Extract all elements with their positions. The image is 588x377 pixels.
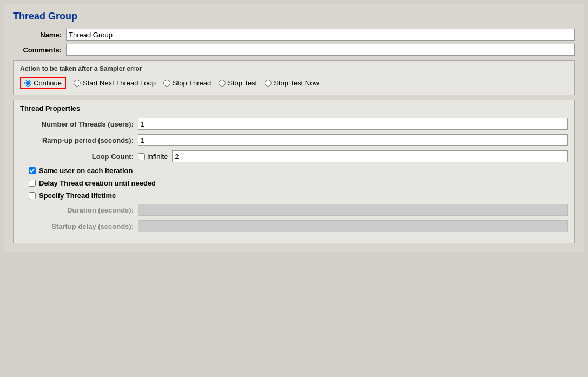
page-title: Thread Group [13, 11, 575, 22]
radio-start-next[interactable]: Start Next Thread Loop [74, 79, 156, 87]
radio-continue-label: Continue [34, 79, 62, 87]
radio-stop-test-now[interactable]: Stop Test Now [265, 79, 319, 87]
specify-lifetime-row: Specify Thread lifetime [29, 191, 568, 200]
loop-count-input[interactable] [172, 150, 568, 162]
radio-stop-test-now-label: Stop Test Now [274, 79, 319, 87]
infinite-checkbox[interactable] [138, 153, 145, 160]
sampler-error-legend: Action to be taken after a Sampler error [20, 65, 568, 72]
name-input[interactable] [66, 29, 575, 41]
startup-delay-input [138, 220, 568, 232]
delay-thread-label: Delay Thread creation until needed [39, 179, 156, 187]
radio-continue[interactable]: Continue [20, 77, 66, 89]
duration-input [138, 204, 568, 216]
radio-group: Continue Start Next Thread Loop Stop Thr… [20, 77, 568, 89]
loop-count-label: Loop Count: [20, 153, 134, 161]
sampler-error-section: Action to be taken after a Sampler error… [13, 60, 575, 95]
startup-delay-row: Startup delay (seconds): [20, 220, 568, 232]
radio-continue-input[interactable] [24, 80, 31, 87]
same-user-checkbox[interactable] [29, 167, 36, 174]
delay-thread-checkbox[interactable] [29, 180, 36, 187]
comments-row: Comments: [13, 44, 575, 56]
infinite-label: Infinite [147, 153, 168, 161]
radio-stop-thread[interactable]: Stop Thread [163, 79, 211, 87]
num-threads-label: Number of Threads (users): [20, 120, 134, 128]
num-threads-row: Number of Threads (users): [20, 118, 568, 130]
radio-stop-test[interactable]: Stop Test [219, 79, 257, 87]
thread-properties-title: Thread Properties [20, 104, 568, 113]
comments-label: Comments: [13, 46, 62, 54]
startup-delay-label: Startup delay (seconds): [20, 222, 134, 230]
ramp-up-input[interactable] [138, 134, 568, 146]
name-row: Name: [13, 29, 575, 41]
same-user-label: Same user on each iteration [39, 167, 133, 175]
radio-start-next-input[interactable] [74, 80, 81, 87]
infinite-container: Infinite [138, 153, 168, 161]
radio-stop-test-input[interactable] [219, 80, 226, 87]
radio-start-next-label: Start Next Thread Loop [83, 79, 156, 87]
ramp-up-row: Ramp-up period (seconds): [20, 134, 568, 146]
radio-stop-thread-input[interactable] [163, 80, 170, 87]
name-label: Name: [13, 31, 62, 39]
ramp-up-label: Ramp-up period (seconds): [20, 136, 134, 144]
duration-label: Duration (seconds): [20, 206, 134, 214]
delay-thread-row: Delay Thread creation until needed [29, 179, 568, 187]
specify-lifetime-checkbox[interactable] [29, 192, 36, 199]
radio-stop-thread-label: Stop Thread [173, 79, 211, 87]
main-container: Thread Group Name: Comments: Action to b… [4, 4, 584, 252]
radio-stop-test-now-input[interactable] [265, 80, 272, 87]
comments-input[interactable] [66, 44, 575, 56]
specify-lifetime-label: Specify Thread lifetime [39, 191, 116, 200]
radio-stop-test-label: Stop Test [228, 79, 257, 87]
num-threads-input[interactable] [138, 118, 568, 130]
loop-count-row: Loop Count: Infinite [20, 150, 568, 162]
thread-properties-section: Thread Properties Number of Threads (use… [13, 100, 575, 243]
same-user-row: Same user on each iteration [29, 167, 568, 175]
duration-row: Duration (seconds): [20, 204, 568, 216]
